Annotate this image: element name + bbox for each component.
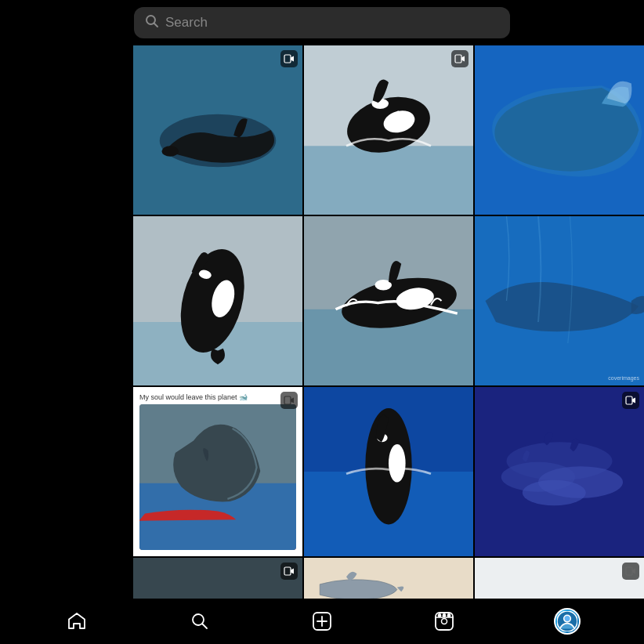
video-badge [622,563,639,580]
video-badge [451,50,469,67]
svg-point-70 [442,619,447,624]
profile-avatar [554,608,581,635]
social-card-text: My soul would leave this planet 🐋 [139,393,296,401]
svg-rect-28 [284,396,291,404]
svg-point-76 [563,615,570,622]
grid-item[interactable] [304,387,473,556]
search-placeholder: Search [165,15,208,31]
grid-item[interactable]: My soul would leave this planet 🐋 [133,387,302,556]
social-card-image [139,404,296,550]
svg-point-73 [443,614,446,617]
bottom-nav [0,599,644,644]
nav-create[interactable] [305,604,339,639]
grid-item[interactable] [475,45,644,215]
svg-rect-11 [455,55,461,63]
grid-item[interactable] [133,216,302,385]
svg-rect-44 [475,558,644,599]
nav-reels[interactable] [427,604,461,639]
grid-item[interactable]: coverimages [475,216,644,385]
svg-point-72 [439,614,441,617]
grid-container: coverimages My soul would leave this pla… [133,45,644,599]
video-badge [622,392,639,409]
search-bar-container: Search [0,0,644,45]
svg-rect-42 [284,567,291,575]
nav-profile[interactable] [550,604,584,639]
svg-point-32 [389,444,406,483]
svg-rect-7 [304,146,473,215]
watermark: coverimages [608,375,639,381]
grid-item[interactable] [304,45,473,215]
svg-point-38 [523,480,586,505]
svg-rect-40 [133,558,302,599]
search-bar[interactable]: Search [134,7,510,38]
svg-line-1 [154,24,158,27]
grid-item[interactable] [133,45,302,215]
svg-rect-5 [284,55,291,63]
svg-rect-47 [626,567,632,575]
social-card: My soul would leave this planet 🐋 [133,387,302,556]
video-badge [280,563,298,580]
video-badge [280,392,298,409]
grid-item[interactable] [475,387,644,556]
grid-item[interactable] [304,558,473,599]
nav-home[interactable] [60,604,94,639]
grid-item[interactable] [133,558,302,599]
video-badge [280,50,298,67]
search-icon [145,14,159,31]
image-grid: coverimages My soul would leave this pla… [133,45,644,599]
grid-item[interactable] [304,216,473,385]
grid-item[interactable] [475,558,644,599]
svg-point-74 [448,614,450,617]
svg-rect-39 [626,396,632,404]
svg-point-4 [161,146,179,157]
svg-line-65 [202,624,207,629]
nav-search[interactable] [183,604,217,639]
